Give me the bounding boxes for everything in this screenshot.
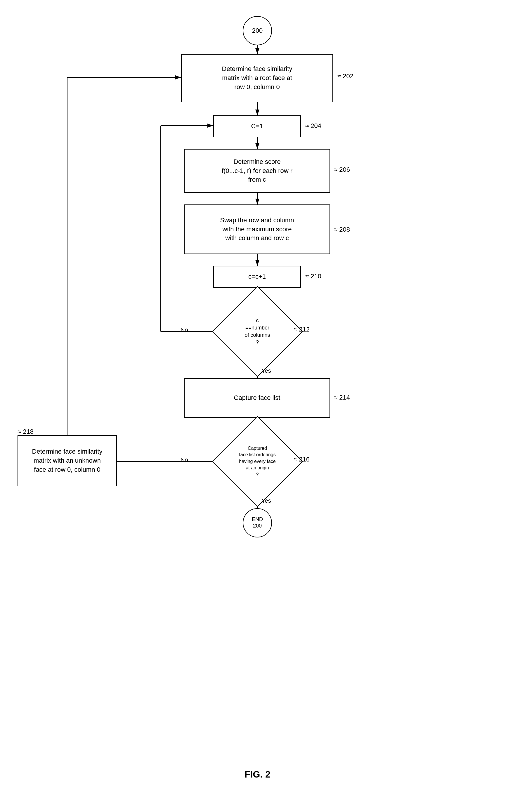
ref-212: ≈ 212	[293, 326, 310, 333]
node-206: Determine score f(0...c-1, r) for each r…	[184, 149, 330, 193]
node-218: Determine face similarity matrix with an…	[18, 435, 117, 486]
ref-202: ≈ 202	[337, 72, 353, 80]
ref-218: ≈ 218	[18, 428, 34, 435]
ref-204: ≈ 204	[305, 122, 321, 130]
yes-label-216: Yes	[261, 497, 271, 504]
node-214: Capture face list	[184, 378, 330, 418]
node-202: Determine face similarity matrix with a …	[181, 54, 333, 102]
node-212: c ==number of columns ?	[225, 299, 289, 364]
figure-caption: FIG. 2	[0, 769, 515, 780]
node-208: Swap the row and column with the maximum…	[184, 204, 330, 254]
ref-208: ≈ 208	[334, 226, 350, 233]
node-216: Captured face list orderings having ever…	[225, 429, 289, 494]
no-label-212: No	[180, 326, 188, 333]
node-204: C=1	[213, 115, 301, 137]
end-node: END 200	[243, 508, 272, 538]
yes-label-212: Yes	[261, 368, 271, 374]
ref-206: ≈ 206	[334, 166, 350, 174]
start-node: 200	[243, 16, 272, 45]
no-label-216: No	[180, 457, 188, 463]
ref-210: ≈ 210	[305, 272, 321, 280]
flowchart-diagram: 200 Determine face similarity matrix wit…	[0, 0, 515, 789]
ref-216: ≈ 216	[293, 456, 310, 463]
node-210: c=c+1	[213, 266, 301, 288]
ref-214: ≈ 214	[334, 394, 350, 401]
